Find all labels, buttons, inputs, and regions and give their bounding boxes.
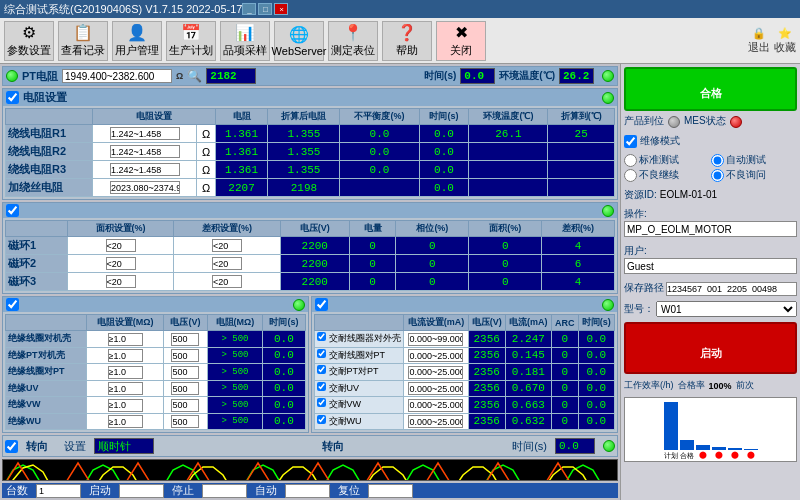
toolbar-btn-plan[interactable]: 📅 生产计划 <box>166 21 216 61</box>
operator-input[interactable] <box>624 221 797 237</box>
count-input[interactable] <box>36 484 81 498</box>
ins-row-label-5: 绝缘WU <box>6 413 87 430</box>
ac-row-0: 交耐线圈器对外壳 2356 2.247 0 0.0 <box>315 331 615 348</box>
winding-envtemp-1 <box>469 143 548 161</box>
area-row-label-2: 磁环3 <box>6 273 68 291</box>
close-btn[interactable]: × <box>274 3 288 15</box>
toolbar-right: 🔒 退出 ⭐ 收藏 <box>748 27 796 55</box>
left-panel: PT电阻 Ω 🔍 2182 时间(s) 0.0 环境温度(℃) 26.2 电阻设… <box>0 64 620 500</box>
reset-input[interactable] <box>368 484 413 498</box>
ac-voltage-2: 2356 <box>468 364 505 381</box>
area-row-label-1: 磁环2 <box>6 255 68 273</box>
toolbar-btn-webserver[interactable]: 🌐 WebServer <box>274 21 324 61</box>
toolbar-btn-records[interactable]: 📋 查看记录 <box>58 21 108 61</box>
bad-continue-row: 不良继续 <box>624 168 710 182</box>
ac-row-4: 交耐VW 2356 0.663 0 0.0 <box>315 397 615 414</box>
ac-arc-1: 0 <box>551 347 578 364</box>
time-label: 时间(s) <box>424 69 456 83</box>
bar-6 <box>744 449 758 450</box>
winding-col-resistance: 电阻 <box>215 109 268 125</box>
area-area3-0: 4 <box>542 237 615 255</box>
repair-mode-label: 维修模式 <box>640 134 680 148</box>
toolbar-btn-close[interactable]: ✖ 关闭 <box>436 21 486 61</box>
winding-row-1: 绕线电阻R2 Ω 1.361 1.355 0.0 0.0 <box>6 143 615 161</box>
save-path-input[interactable] <box>666 282 797 296</box>
minimize-btn[interactable]: _ <box>242 3 256 15</box>
toolbar-btn-sample[interactable]: 📊 品项采样 <box>220 21 270 61</box>
bad-continue-radio[interactable] <box>624 169 637 182</box>
area-col-label <box>6 221 68 237</box>
ac-circle <box>602 299 614 311</box>
toolbar-right-fav[interactable]: ⭐ 收藏 <box>774 27 796 55</box>
records-label: 查看记录 <box>61 43 105 58</box>
ins-time-2: 0.0 <box>262 364 305 381</box>
ac-time-2: 0.0 <box>578 364 614 381</box>
winding-foldtemp-1 <box>548 143 615 161</box>
options-grid: 标准测试 自动测试 不良继续 不良询问 <box>624 153 797 182</box>
winding-time-1: 0.0 <box>419 143 469 161</box>
area-col-area-pct2: 差积设置(%) <box>174 221 280 237</box>
rotation-check[interactable] <box>5 440 18 453</box>
help-label: 帮助 <box>396 43 418 58</box>
product-arrive-indicator <box>668 116 680 128</box>
bad-query-radio[interactable] <box>711 169 724 182</box>
ins-resist-0: > 500 <box>208 331 263 348</box>
ac-current-3: 0.670 <box>505 380 551 397</box>
bottom-sections: 电阻设置(MΩ) 电压(V) 电阻(MΩ) 时间(s) 绝缘线圈对机壳 > 50… <box>2 296 618 433</box>
start-input[interactable] <box>119 484 164 498</box>
plan-label: 生产计划 <box>169 43 213 58</box>
ac-voltage-3: 2356 <box>468 380 505 397</box>
toolbar-btn-help[interactable]: ❓ 帮助 <box>382 21 432 61</box>
ins-row-label-4: 绝缘VW <box>6 397 87 414</box>
auto-input[interactable] <box>285 484 330 498</box>
ac-time-0: 0.0 <box>578 331 614 348</box>
pt-green-circle2 <box>602 70 614 82</box>
bottom-item-count: 台数 <box>6 483 28 498</box>
stop-input[interactable] <box>202 484 247 498</box>
area-all-check[interactable] <box>6 204 19 217</box>
efficiency-row: 工作效率(/h) 合格率 100% 前次 <box>624 379 797 392</box>
winding-all-check[interactable] <box>6 91 19 104</box>
ins-resist-5: > 500 <box>208 413 263 430</box>
toolbar-right-exit[interactable]: 🔒 退出 <box>748 27 770 55</box>
standard-test-radio[interactable] <box>624 154 637 167</box>
ac-row-5: 交耐WU 2356 0.632 0 0.0 <box>315 413 615 430</box>
model-select[interactable]: W01 <box>656 301 797 317</box>
winding-col-foldtemp: 折算到(℃) <box>548 109 615 125</box>
ac-voltage-0: 2356 <box>468 331 505 348</box>
ac-row-1: 交耐线圈对PT 2356 0.145 0 0.0 <box>315 347 615 364</box>
ac-all-check[interactable] <box>315 298 328 311</box>
auto-test-radio[interactable] <box>711 154 724 167</box>
pt-range-input[interactable] <box>62 69 172 83</box>
webserver-icon: 🌐 <box>289 25 309 44</box>
winding-resistance-0: 1.361 <box>215 125 268 143</box>
bottom-item-stop: 停止 <box>172 483 194 498</box>
maximize-btn[interactable]: □ <box>258 3 272 15</box>
help-icon: ❓ <box>397 23 417 42</box>
winding-row-2: 绕线电阻R3 Ω 1.361 1.355 0.0 0.0 <box>6 161 615 179</box>
winding-envtemp-2 <box>469 161 548 179</box>
ac-row-2: 交耐PT对PT 2356 0.181 0 0.0 <box>315 364 615 381</box>
records-icon: 📋 <box>73 23 93 42</box>
bar-labels: 计划 合格 ⬤ ⬤ ⬤ ⬤ <box>627 451 794 461</box>
ins-col-resist: 电阻(MΩ) <box>208 315 263 331</box>
insulation-all-check[interactable] <box>6 298 19 311</box>
area-body: 面积设置(%) 差积设置(%) 电压(V) 电量 相位(%) 面积(%) 差积(… <box>3 218 617 293</box>
bottom-bar: 台数 启动 停止 自动 复位 <box>2 483 618 498</box>
start-button[interactable]: 启动 <box>624 322 797 374</box>
next-label: 前次 <box>736 379 754 392</box>
area-phase-1: 0 <box>396 255 469 273</box>
toolbar-btn-params[interactable]: ⚙ 参数设置 <box>4 21 54 61</box>
winding-fold-3: 2198 <box>268 179 340 197</box>
toolbar-btn-position[interactable]: 📍 测定表位 <box>328 21 378 61</box>
bar-3 <box>696 445 710 450</box>
winding-col-envtemp: 环境温度(℃) <box>469 109 548 125</box>
ac-col-current: 电流(mA) <box>505 315 551 331</box>
toolbar-btn-users[interactable]: 👤 用户管理 <box>112 21 162 61</box>
winding-foldtemp-3 <box>548 179 615 197</box>
user-input[interactable] <box>624 258 797 274</box>
winding-foldtemp-0: 25 <box>548 125 615 143</box>
repair-mode-check[interactable] <box>624 135 637 148</box>
ac-section: 电流设置(mA) 电压(V) 电流(mA) ARC 时间(s) 交耐线圈器对外壳… <box>311 296 618 433</box>
search-icon[interactable]: 🔍 <box>187 69 202 83</box>
